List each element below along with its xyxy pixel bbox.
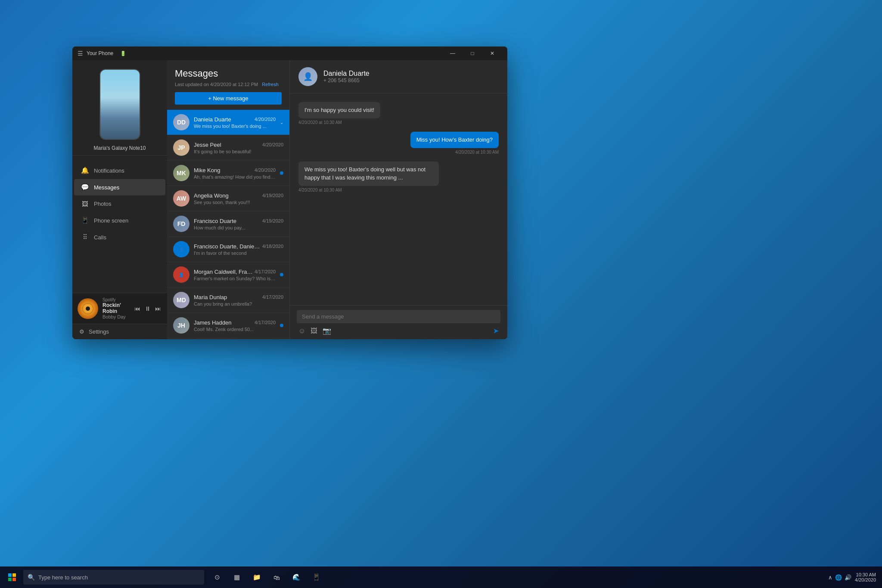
- emoji-button[interactable]: ☺: [298, 327, 305, 335]
- title-bar: ☰ Your Phone 🔋 — □ ✕: [72, 46, 507, 60]
- conversation-name: Francisco Duarte: [194, 218, 236, 224]
- hamburger-icon[interactable]: ☰: [78, 50, 83, 57]
- widgets-button[interactable]: ▦: [227, 568, 246, 587]
- conversation-list: DD Daniela Duarte 4/20/2020 We miss you …: [167, 110, 289, 339]
- conversation-item[interactable]: JH James Hadden 4/17/2020 Cool! Ms. Zenk…: [167, 313, 289, 338]
- sidebar-nav: 🔔 Notifications 💬 Messages 🖼 Photos 📱 Ph…: [72, 160, 167, 248]
- minimize-button[interactable]: —: [443, 46, 463, 60]
- store-button[interactable]: 🛍: [267, 568, 286, 587]
- conversation-name: Jesse Peel: [194, 142, 221, 148]
- search-icon: 🔍: [28, 574, 35, 581]
- close-button[interactable]: ✕: [482, 46, 502, 60]
- conversation-item[interactable]: JP Jesse Peel 4/20/2020 It's going to be…: [167, 135, 289, 161]
- send-button[interactable]: ➤: [493, 327, 499, 335]
- conversation-name-row: Daniela Duarte 4/20/2020: [194, 116, 276, 123]
- chat-contact-name: Daniela Duarte: [323, 70, 370, 77]
- conversation-preview: I'm in favor of the second: [194, 251, 283, 256]
- phone-area: Maria's Galaxy Note10: [72, 60, 167, 151]
- battery-icon: 🔋: [120, 51, 126, 56]
- sidebar-item-messages-label: Messages: [94, 184, 119, 191]
- start-button[interactable]: [3, 568, 22, 587]
- settings-label: Settings: [89, 328, 109, 335]
- messages-header: Messages Last updated on 4/20/2020 at 12…: [167, 60, 289, 110]
- app-content: Maria's Galaxy Note10 🔔 Notifications 💬 …: [72, 60, 507, 339]
- sidebar-item-notifications-label: Notifications: [94, 167, 124, 174]
- phone-screen-background: [100, 70, 140, 139]
- message-text: We miss you too! Baxter's doing well but…: [304, 166, 425, 180]
- next-track-button[interactable]: ⏭: [154, 304, 162, 313]
- phone-screen-icon: 📱: [81, 217, 89, 224]
- conversation-name: Morgan Caldwell, Francisco ...: [194, 269, 253, 275]
- conversation-preview: How much did you pay...: [194, 225, 283, 230]
- conversation-date: 4/20/2020: [262, 142, 283, 147]
- settings-item[interactable]: ⚙ Settings: [72, 324, 167, 339]
- message-bubble: We miss you too! Baxter's doing well but…: [298, 161, 439, 186]
- conversation-date: 4/19/2020: [262, 193, 283, 198]
- volume-icon[interactable]: 🔊: [845, 574, 851, 581]
- message-bubble: Miss you! How's Baxter doing?: [410, 132, 499, 148]
- sidebar-item-photos[interactable]: 🖼 Photos: [74, 196, 165, 212]
- message-timestamp: 4/20/2020 at 10:30 AM: [455, 150, 499, 155]
- taskbar-clock[interactable]: 10:30 AM 4/20/2020: [855, 572, 876, 582]
- sidebar-item-messages[interactable]: 💬 Messages: [74, 179, 165, 195]
- conversation-preview: We miss you too! Baxter's doing ...: [194, 124, 276, 129]
- network-icon[interactable]: 🌐: [835, 574, 842, 581]
- settings-icon: ⚙: [79, 328, 84, 335]
- message-input[interactable]: [302, 313, 495, 320]
- music-artist: Bobby Day: [102, 314, 129, 319]
- conversation-name: James Hadden: [194, 319, 231, 326]
- conversation-preview: Farmer's market on Sunday? Who is ready …: [194, 276, 276, 281]
- svg-text:👤: 👤: [179, 247, 184, 252]
- conversation-name: Mike Kong: [194, 167, 220, 173]
- prev-track-button[interactable]: ⏮: [134, 304, 141, 313]
- refresh-link[interactable]: Refresh: [262, 82, 279, 87]
- album-rings: [82, 303, 93, 314]
- music-info: Spotify Rockin' Robin Bobby Day: [102, 297, 129, 319]
- chevron-up-icon[interactable]: ∧: [828, 574, 832, 581]
- notifications-icon: 🔔: [81, 167, 89, 174]
- svg-rect-8: [8, 578, 12, 581]
- conversation-item[interactable]: 👤 Morgan Caldwell, Francisco ... 4/17/20…: [167, 338, 289, 339]
- calls-icon: ⠿: [81, 233, 89, 241]
- message-bubble: I'm so happy you could visit!: [298, 102, 380, 118]
- conversation-item[interactable]: 👤 Francisco Duarte, Daniela ... 4/18/202…: [167, 237, 289, 262]
- conversation-info: Angelia Wong 4/19/2020 See you soon, tha…: [194, 192, 283, 205]
- pause-button[interactable]: ⏸: [144, 304, 152, 313]
- conversation-name: Angelia Wong: [194, 192, 229, 199]
- conversation-preview: Cool! Ms. Zenk ordered 50...: [194, 327, 276, 332]
- messages-title: Messages: [175, 68, 282, 79]
- search-placeholder: Type here to search: [38, 574, 88, 581]
- file-explorer-button[interactable]: 📁: [247, 568, 266, 587]
- new-message-button[interactable]: + New message: [175, 92, 282, 105]
- chat-contact-avatar: 👤: [298, 67, 317, 86]
- your-phone-button[interactable]: 📱: [307, 568, 326, 587]
- conversation-item[interactable]: AW Angelia Wong 4/19/2020 See you soon, …: [167, 186, 289, 211]
- image-button[interactable]: 📷: [323, 327, 331, 335]
- conversation-info: Jesse Peel 4/20/2020 It's going to be so…: [194, 142, 283, 154]
- avatar: MD: [173, 292, 189, 308]
- svg-rect-7: [12, 573, 16, 577]
- sidebar-item-phone-screen[interactable]: 📱 Phone screen: [74, 212, 165, 229]
- conversation-item[interactable]: DD Daniela Duarte 4/20/2020 We miss you …: [167, 110, 289, 135]
- unread-indicator: [280, 324, 283, 327]
- message-item: We miss you too! Baxter's doing well but…: [298, 161, 499, 192]
- gif-button[interactable]: 🖼: [311, 327, 317, 335]
- conversation-name: Daniela Duarte: [194, 116, 231, 123]
- task-view-button[interactable]: ⊙: [208, 568, 227, 587]
- messages-updated: Last updated on 4/20/2020 at 12:12 PM Re…: [175, 82, 282, 87]
- conversation-item[interactable]: 👤 Morgan Caldwell, Francisco ... 4/17/20…: [167, 262, 289, 288]
- edge-button[interactable]: 🌊: [287, 568, 306, 587]
- conversation-item[interactable]: MK Mike Kong 4/20/2020 Ah, that's amazin…: [167, 161, 289, 186]
- sidebar-item-notifications[interactable]: 🔔 Notifications: [74, 162, 165, 179]
- maximize-button[interactable]: □: [463, 46, 482, 60]
- chat-input-row: [297, 310, 500, 323]
- conversation-item[interactable]: MD Maria Dunlap 4/17/2020 Can you bring …: [167, 288, 289, 313]
- conversation-item[interactable]: FD Francisco Duarte 4/19/2020 How much d…: [167, 211, 289, 237]
- avatar: FD: [173, 216, 189, 232]
- conversation-date: 4/17/2020: [255, 269, 276, 274]
- conversation-info: Morgan Caldwell, Francisco ... 4/17/2020…: [194, 269, 276, 281]
- message-timestamp: 4/20/2020 at 10:30 AM: [298, 188, 342, 192]
- sidebar-item-calls[interactable]: ⠿ Calls: [74, 229, 165, 245]
- svg-rect-9: [12, 578, 16, 581]
- taskbar-search[interactable]: 🔍 Type here to search: [23, 570, 204, 585]
